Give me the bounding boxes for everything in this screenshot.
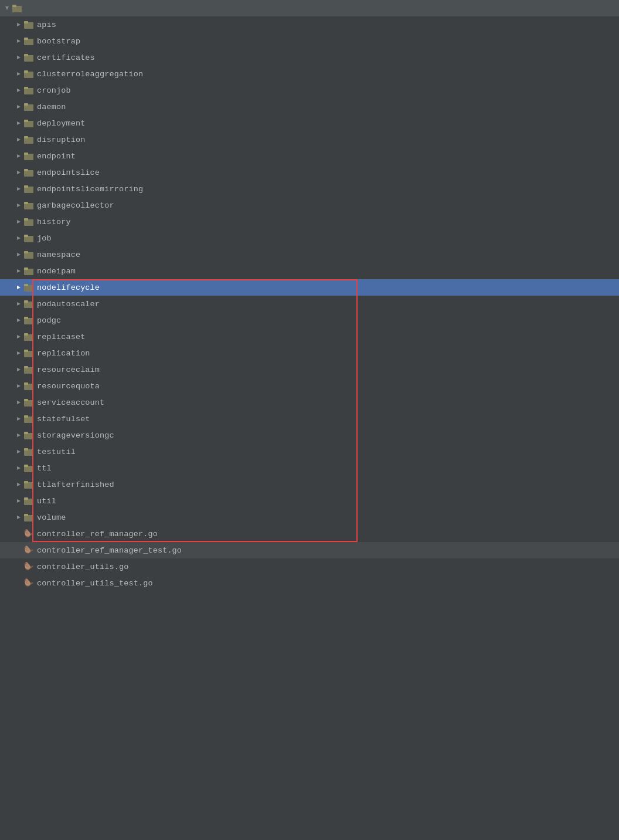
item-label: endpointslicemirroring (37, 185, 143, 194)
svg-marker-39 (17, 220, 21, 223)
item-label: serviceaccount (37, 398, 104, 407)
svg-marker-78 (17, 433, 21, 437)
svg-marker-30 (17, 171, 21, 174)
svg-rect-44 (24, 235, 28, 237)
tree-item-podautoscaler[interactable]: podautoscaler (0, 296, 619, 312)
svg-rect-41 (24, 218, 28, 221)
folder-icon (23, 168, 34, 177)
tree-item-apis[interactable]: apis (0, 16, 619, 33)
tree-item-deployment[interactable]: deployment (0, 115, 619, 131)
tree-item-ttlafterfinished[interactable]: ttlafterfinished (0, 476, 619, 493)
folder-icon (23, 119, 34, 127)
svg-marker-24 (17, 138, 21, 141)
chevron-right-icon (14, 36, 23, 46)
folder-icon (23, 300, 34, 308)
svg-rect-56 (24, 300, 28, 303)
svg-marker-45 (17, 253, 21, 256)
chevron-right-icon (14, 283, 23, 292)
tree-item-endpointslicemirroring[interactable]: endpointslicemirroring (0, 181, 619, 197)
tree-item-daemon[interactable]: daemon (0, 99, 619, 115)
tree-item-cronjob[interactable]: cronjob (0, 82, 619, 99)
chevron-right-icon (14, 513, 23, 522)
svg-marker-93 (17, 516, 21, 519)
tree-item-clusterroleaggregation[interactable]: clusterroleaggregation (0, 66, 619, 82)
tree-item-controller_utils_test-go[interactable]: 🦫controller_utils_test.go (0, 575, 619, 591)
folder-icon (23, 398, 34, 407)
svg-marker-66 (17, 368, 21, 371)
svg-marker-75 (17, 417, 21, 421)
svg-marker-18 (17, 105, 21, 109)
chevron-right-icon (14, 266, 23, 276)
tree-item-job[interactable]: job (0, 230, 619, 246)
tree-item-util[interactable]: util (0, 493, 619, 509)
item-label: podautoscaler (37, 300, 100, 309)
tree-item-resourceclaim[interactable]: resourceclaim (0, 361, 619, 378)
tree-item-statefulset[interactable]: statefulset (0, 411, 619, 427)
svg-rect-23 (24, 120, 28, 122)
folder-icon (23, 333, 34, 341)
item-label: disruption (37, 136, 85, 144)
svg-marker-9 (17, 56, 21, 59)
chevron-right-icon (14, 53, 23, 62)
tree-item-nodeipam[interactable]: nodeipam (0, 263, 619, 279)
chevron-right-icon (14, 316, 23, 325)
svg-marker-15 (17, 89, 21, 92)
chevron-right-icon (14, 398, 23, 407)
tree-item-storageversiongc[interactable]: storageversiongc (0, 427, 619, 443)
svg-marker-27 (17, 154, 21, 158)
chevron-right-icon (14, 381, 23, 391)
tree-children: apisbootstrapcertificatesclusterroleaggr… (0, 16, 619, 591)
file-tree: apisbootstrapcertificatesclusterroleaggr… (0, 0, 619, 591)
chevron-right-icon (14, 332, 23, 341)
chevron-right-icon (14, 414, 23, 424)
tree-item-volume[interactable]: volume (0, 509, 619, 526)
svg-marker-6 (17, 39, 21, 43)
svg-rect-71 (24, 382, 28, 385)
folder-icon (23, 86, 34, 94)
folder-icon (23, 349, 34, 357)
tree-item-nodelifecycle[interactable]: nodelifecycle (0, 279, 619, 296)
tree-item-serviceaccount[interactable]: serviceaccount (0, 394, 619, 411)
tree-item-ttl[interactable]: ttl (0, 460, 619, 476)
tree-item-namespace[interactable]: namespace (0, 246, 619, 263)
svg-rect-77 (24, 415, 28, 418)
item-label: controller_ref_manager_test.go (37, 546, 182, 555)
item-label: endpointslice (37, 168, 100, 177)
folder-icon (23, 464, 34, 472)
svg-marker-42 (17, 236, 21, 240)
tree-item-controller[interactable] (0, 0, 619, 16)
svg-rect-35 (24, 185, 28, 188)
tree-item-controller_utils-go[interactable]: 🦫controller_utils.go (0, 558, 619, 575)
folder-icon (23, 365, 34, 374)
svg-marker-0 (5, 6, 9, 10)
chevron-right-icon (14, 86, 23, 95)
tree-item-history[interactable]: history (0, 214, 619, 230)
tree-item-endpoint[interactable]: endpoint (0, 148, 619, 164)
folder-icon (23, 382, 34, 390)
tree-item-disruption[interactable]: disruption (0, 131, 619, 148)
item-label: replication (37, 349, 90, 358)
tree-item-certificates[interactable]: certificates (0, 49, 619, 66)
tree-item-replicaset[interactable]: replicaset (0, 328, 619, 345)
svg-rect-47 (24, 251, 28, 253)
svg-rect-86 (24, 465, 28, 467)
folder-icon (23, 53, 34, 62)
go-file-icon: 🦫 (23, 578, 34, 588)
folder-icon (23, 218, 34, 226)
svg-marker-51 (17, 286, 21, 289)
tree-item-resourcequota[interactable]: resourcequota (0, 378, 619, 394)
tree-item-garbagecollector[interactable]: garbagecollector (0, 197, 619, 214)
tree-item-podgc[interactable]: podgc (0, 312, 619, 328)
item-label: clusterroleaggregation (37, 70, 143, 79)
tree-item-controller_ref_manager_test-go[interactable]: 🦫controller_ref_manager_test.go (0, 542, 619, 558)
folder-icon (23, 283, 34, 292)
tree-item-replication[interactable]: replication (0, 345, 619, 361)
tree-item-endpointslice[interactable]: endpointslice (0, 164, 619, 181)
svg-marker-3 (17, 23, 21, 26)
item-label: apis (37, 21, 56, 29)
item-label: history (37, 218, 71, 226)
tree-item-bootstrap[interactable]: bootstrap (0, 33, 619, 49)
tree-item-controller_ref_manager-go[interactable]: 🦫controller_ref_manager.go (0, 526, 619, 542)
tree-item-testutil[interactable]: testutil (0, 443, 619, 460)
item-label: testutil (37, 448, 76, 456)
